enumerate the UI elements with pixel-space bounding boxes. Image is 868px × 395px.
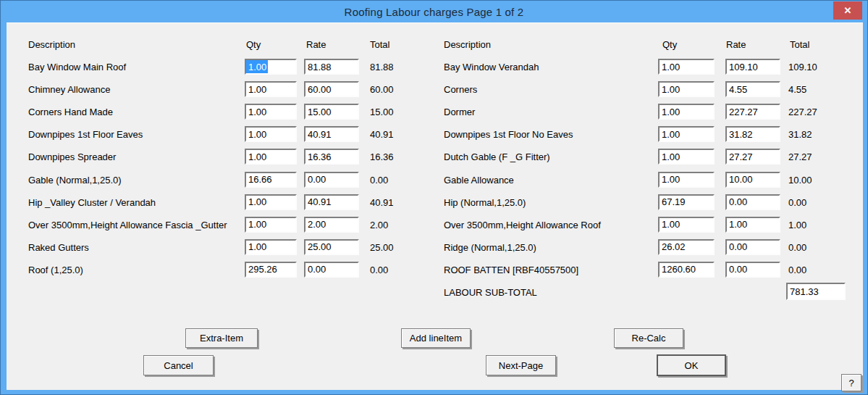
rate-input[interactable] <box>725 194 780 210</box>
row-description: Ridge (Normal,1,25.0) <box>444 242 536 253</box>
rate-input[interactable] <box>725 81 780 97</box>
header-rate-right: Rate <box>726 39 746 51</box>
row-total: 1.00 <box>788 220 806 230</box>
qty-input[interactable] <box>658 217 715 233</box>
header-description-left: Description <box>28 39 75 51</box>
row-total: 0.00 <box>788 242 806 253</box>
row-total: 0.00 <box>788 197 806 208</box>
window-title: Roofing Labour charges Page 1 of 2 <box>345 6 524 18</box>
rate-input[interactable] <box>725 172 780 188</box>
row-description: Dutch Gable (F _G Fitter) <box>444 151 550 162</box>
row-total: 31.82 <box>788 129 812 140</box>
next-page-button[interactable]: Next-Page <box>486 355 556 375</box>
extra-item-button[interactable]: Extra-Item <box>185 328 258 348</box>
add-lineitem-button[interactable]: Add lineItem <box>401 328 471 348</box>
rate-input[interactable] <box>725 262 780 278</box>
row-total: 0.00 <box>788 265 806 275</box>
qty-input[interactable] <box>658 262 715 278</box>
rate-input[interactable] <box>725 126 780 142</box>
qty-input[interactable] <box>658 81 715 97</box>
header-rate-left: Rate <box>306 39 326 51</box>
header-qty-right: Qty <box>662 39 677 51</box>
qty-input[interactable] <box>658 239 715 255</box>
row-total: 27.27 <box>788 151 812 162</box>
title-bar[interactable]: Roofing Labour charges Page 1 of 2 <box>1 1 867 22</box>
row-description: Corners <box>444 84 477 95</box>
subtotal-row: LABOUR SUB-TOTAL <box>7 284 863 303</box>
dialog-window: Roofing Labour charges Page 1 of 2 ✕ Des… <box>0 0 868 395</box>
row-total: 227.27 <box>788 107 817 117</box>
row-description: Gable Allowance <box>444 175 514 186</box>
header-total-left: Total <box>370 39 389 51</box>
table-row: Hip (Normal,1,25.0) 0.00 <box>7 194 863 213</box>
row-total: 109.10 <box>788 62 817 72</box>
table-row: ROOF BATTEN [RBF40557500] 0.00 <box>7 262 863 280</box>
row-description: ROOF BATTEN [RBF40557500] <box>444 265 578 275</box>
close-button[interactable]: ✕ <box>833 1 862 20</box>
rate-input[interactable] <box>725 149 780 165</box>
table-row: Dormer 227.27 <box>7 104 863 122</box>
help-button[interactable]: ? <box>841 374 861 391</box>
subtotal-input[interactable] <box>786 283 846 300</box>
header-total-right: Total <box>790 39 809 51</box>
header-description-right: Description <box>444 39 491 51</box>
qty-input[interactable] <box>658 194 715 210</box>
row-description: Bay Window Verandah <box>444 62 539 72</box>
header-qty-left: Qty <box>246 39 261 51</box>
table-row: Corners 4.55 <box>7 81 863 100</box>
qty-input[interactable] <box>658 59 715 75</box>
qty-input[interactable] <box>658 126 715 142</box>
close-icon: ✕ <box>844 5 852 16</box>
row-description: Downpipes 1st Floor No Eaves <box>444 129 573 140</box>
table-row: Dutch Gable (F _G Fitter) 27.27 <box>7 149 863 167</box>
table-row: Bay Window Verandah 109.10 <box>7 59 863 78</box>
table-row: Over 3500mm,Height Allowance Roof 1.00 <box>7 217 863 236</box>
subtotal-label: LABOUR SUB-TOTAL <box>444 287 537 298</box>
ok-button[interactable]: OK <box>657 354 726 376</box>
recalc-button[interactable]: Re-Calc <box>614 328 683 348</box>
rate-input[interactable] <box>725 104 780 120</box>
table-row: Downpipes 1st Floor No Eaves 31.82 <box>7 126 863 145</box>
row-description: Over 3500mm,Height Allowance Roof <box>444 220 601 230</box>
table-row: Gable Allowance 10.00 <box>7 172 863 191</box>
qty-input[interactable] <box>658 104 715 120</box>
qty-input[interactable] <box>658 172 715 188</box>
dialog-body: Description Qty Rate Total Description Q… <box>7 22 863 390</box>
cancel-button[interactable]: Cancel <box>143 355 214 375</box>
table-row: Ridge (Normal,1,25.0) 0.00 <box>7 239 863 258</box>
row-total: 10.00 <box>788 175 812 186</box>
rate-input[interactable] <box>725 217 780 233</box>
rate-input[interactable] <box>725 239 780 255</box>
row-total: 4.55 <box>788 84 806 95</box>
row-description: Dormer <box>444 107 475 117</box>
qty-input[interactable] <box>658 149 715 165</box>
rate-input[interactable] <box>725 59 780 75</box>
row-description: Hip (Normal,1,25.0) <box>444 197 526 208</box>
